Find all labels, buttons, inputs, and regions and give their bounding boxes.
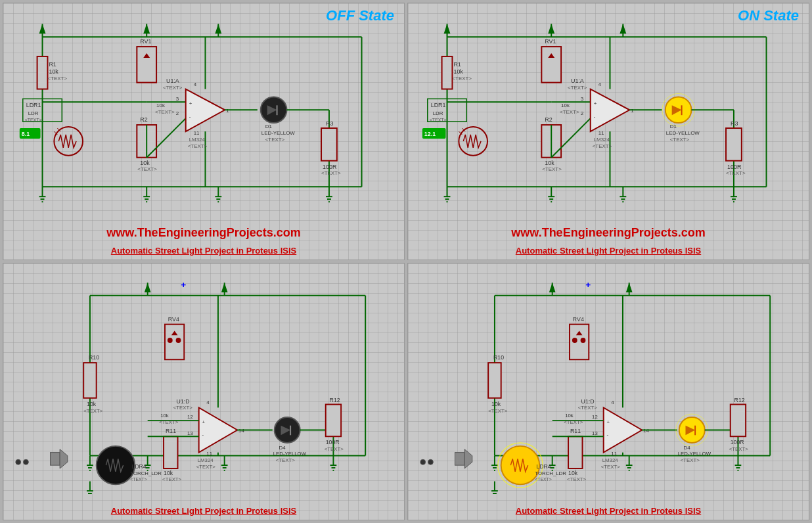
svg-text:4: 4 xyxy=(194,81,197,87)
svg-rect-276 xyxy=(488,363,501,398)
svg-text:10k: 10k xyxy=(164,470,173,476)
svg-text:R1: R1 xyxy=(453,61,461,68)
svg-point-269 xyxy=(420,459,426,465)
svg-rect-26 xyxy=(37,57,48,89)
watermark-top-left: www.TheEngineeringProjects.com xyxy=(106,226,300,240)
svg-text:+: + xyxy=(585,280,591,290)
svg-point-190 xyxy=(24,459,29,465)
svg-text:R11: R11 xyxy=(570,428,581,434)
svg-rect-191 xyxy=(165,325,184,360)
svg-rect-317 xyxy=(731,405,746,437)
svg-text:<TEXT>: <TEXT> xyxy=(430,118,447,122)
svg-point-195 xyxy=(176,338,181,343)
svg-text:11: 11 xyxy=(611,451,617,457)
svg-text:D1: D1 xyxy=(670,124,677,129)
svg-text:U1:A: U1:A xyxy=(571,78,584,84)
svg-text:<TEXT>: <TEXT> xyxy=(276,457,295,463)
svg-text:3: 3 xyxy=(176,96,179,102)
svg-text:RV4: RV4 xyxy=(168,316,179,323)
svg-text:12.1: 12.1 xyxy=(424,131,436,137)
svg-marker-208 xyxy=(199,407,238,452)
svg-text:<TEXT>: <TEXT> xyxy=(83,408,102,414)
svg-text:4: 4 xyxy=(598,81,602,87)
svg-text:-: - xyxy=(202,432,204,438)
svg-text:R12: R12 xyxy=(734,397,745,403)
svg-text:<TEXT>: <TEXT> xyxy=(155,109,175,115)
svg-text:11: 11 xyxy=(598,130,604,136)
svg-text:13: 13 xyxy=(592,430,598,436)
svg-text:-: - xyxy=(594,114,596,120)
svg-text:<TEXT>: <TEXT> xyxy=(560,109,579,115)
svg-text:10k: 10k xyxy=(87,401,97,407)
svg-text:LED-YELLOW: LED-YELLOW xyxy=(678,451,711,457)
svg-text:<TEXT>: <TEXT> xyxy=(726,170,746,176)
svg-text:10k: 10k xyxy=(49,68,58,75)
svg-text:12: 12 xyxy=(187,414,193,420)
svg-text:<TEXT>: <TEXT> xyxy=(321,170,341,176)
svg-text:RV4: RV4 xyxy=(573,316,584,323)
svg-marker-188 xyxy=(60,449,68,468)
quadrant-bottom-right: + xyxy=(407,263,809,520)
svg-rect-118 xyxy=(541,47,561,83)
svg-text:<TEXT>: <TEXT> xyxy=(47,76,67,81)
svg-point-270 xyxy=(428,459,434,465)
svg-rect-39 xyxy=(137,47,156,83)
svg-point-274 xyxy=(572,338,577,343)
svg-text:100R: 100R xyxy=(727,164,742,170)
svg-text:D4: D4 xyxy=(279,445,286,451)
svg-point-194 xyxy=(168,338,173,343)
svg-text:<TEXT>: <TEXT> xyxy=(567,477,586,483)
svg-text:D4: D4 xyxy=(684,445,691,451)
svg-text:+: + xyxy=(607,419,610,425)
svg-text:3: 3 xyxy=(581,96,584,102)
svg-text:100R: 100R xyxy=(731,439,744,445)
svg-text:<TEXT>: <TEXT> xyxy=(535,478,551,482)
svg-text:LDR1: LDR1 xyxy=(26,102,41,108)
svg-rect-187 xyxy=(50,453,60,466)
svg-text:RV1: RV1 xyxy=(545,38,556,45)
svg-text:<TEXT>: <TEXT> xyxy=(564,419,583,425)
caption-bottom-right: Automatic Street Light Project in Proteu… xyxy=(516,506,701,516)
svg-text:2: 2 xyxy=(581,110,583,116)
svg-text:1: 1 xyxy=(631,108,634,114)
svg-text:10k: 10k xyxy=(453,68,463,75)
svg-text:TORCH_LDR: TORCH_LDR xyxy=(130,470,162,476)
svg-text:8.1: 8.1 xyxy=(22,131,30,137)
svg-point-275 xyxy=(581,338,586,343)
svg-text:-: - xyxy=(189,114,191,120)
svg-text:<TEXT>: <TEXT> xyxy=(542,167,562,173)
svg-text:R10: R10 xyxy=(89,354,99,361)
svg-text:10k: 10k xyxy=(561,102,570,108)
svg-text:-: - xyxy=(607,432,609,438)
svg-text:U1:D: U1:D xyxy=(581,398,595,405)
state-title-on: ON State xyxy=(738,7,799,24)
state-title-off: OFF State xyxy=(326,7,394,24)
svg-text:1: 1 xyxy=(226,108,229,114)
svg-text:<TEXT>: <TEXT> xyxy=(130,478,147,482)
svg-text:+: + xyxy=(181,280,186,290)
svg-point-36 xyxy=(54,127,83,156)
svg-text:100R: 100R xyxy=(323,164,337,170)
svg-text:R2: R2 xyxy=(140,116,147,123)
svg-text:R12: R12 xyxy=(330,397,340,403)
svg-text:R1: R1 xyxy=(49,61,56,68)
svg-text:LED-YELLOW: LED-YELLOW xyxy=(666,130,700,136)
svg-text:<TEXT>: <TEXT> xyxy=(159,419,178,425)
quadrant-top-left: OFF State xyxy=(3,3,405,260)
svg-text:TORCH_LDR: TORCH_LDR xyxy=(535,470,566,476)
svg-text:<TEXT>: <TEXT> xyxy=(265,137,285,143)
svg-point-200 xyxy=(97,446,135,485)
svg-text:LED-YELLOW: LED-YELLOW xyxy=(261,130,296,136)
main-container: OFF State xyxy=(0,0,812,523)
quadrant-top-right: ON State xyxy=(407,3,809,260)
svg-marker-50 xyxy=(186,89,225,131)
svg-marker-289 xyxy=(604,407,643,452)
svg-text:LED-YELLOW: LED-YELLOW xyxy=(273,451,307,457)
svg-text:<TEXT>: <TEXT> xyxy=(601,464,620,470)
svg-text:R3: R3 xyxy=(326,120,333,127)
svg-text:<TEXT>: <TEXT> xyxy=(670,137,690,143)
svg-rect-235 xyxy=(326,405,341,437)
svg-point-280 xyxy=(501,446,540,485)
svg-text:U1:A: U1:A xyxy=(166,78,179,84)
svg-rect-196 xyxy=(83,363,97,398)
